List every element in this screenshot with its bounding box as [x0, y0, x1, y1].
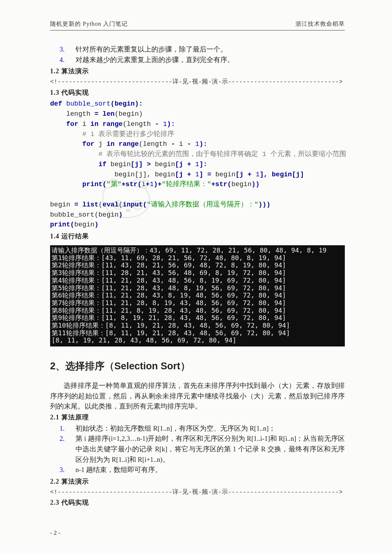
- code-token: print(: [50, 221, 74, 229]
- code-token: ))): [258, 201, 270, 209]
- code-token: [j: [236, 171, 248, 178]
- code-token: begin: [155, 161, 175, 168]
- code-token: (begin):: [111, 100, 143, 108]
- code-token: [j: [175, 161, 187, 168]
- code-token: -: [155, 120, 163, 128]
- code-token: begin: [50, 201, 74, 209]
- section-2-intro: 选择排序是一种简单直观的排序算法，首先在未排序序列中找到最小（大）元素，存放到排…: [50, 381, 345, 412]
- sub-heading-1-4: 1.4 运行结果: [50, 231, 345, 242]
- code-token: +: [187, 171, 195, 178]
- code-token: for: [82, 140, 94, 148]
- code-token: 1: [195, 161, 199, 168]
- step-text: 第 i 趟排序(i=1,2,3…n-1)开始时，有序区和无序区分别为 R[1..…: [75, 434, 345, 465]
- code-token: (begin: [94, 211, 119, 219]
- code-token: [j]: [131, 161, 147, 168]
- section-2-title: 2、选择排序（Selection Sort）: [50, 359, 345, 374]
- code-token: (: [98, 201, 102, 209]
- code-token: ]: [199, 171, 207, 178]
- sub-heading-1-2: 1.2 算法演示: [50, 66, 345, 77]
- list-item: 3.n-1 趟结束，数组即可有序。: [60, 465, 345, 475]
- step-text: 针对所有的元素重复以上的步骤，除了最后一个。: [75, 44, 227, 55]
- code-token: in: [90, 120, 98, 128]
- code-comment: # i 表示需要进行多少轮排序: [50, 131, 174, 138]
- page-header: 随机更新的 Python 入门笔记 浙江技术救命稻草: [50, 20, 345, 30]
- step-number: 4.: [60, 55, 75, 65]
- code-token: for: [66, 120, 78, 128]
- code-token: ], begin: [260, 171, 292, 178]
- header-left: 随机更新的 Python 入门笔记: [50, 20, 128, 28]
- code-token: eval: [102, 201, 118, 209]
- step-number: 3.: [60, 44, 75, 55]
- code-token: i: [179, 140, 187, 148]
- code-token: i: [78, 120, 90, 128]
- step-number: 2.: [60, 434, 75, 465]
- code-token: begin: [74, 221, 95, 229]
- code-token: 1: [256, 171, 260, 178]
- code-token: +str(: [211, 181, 232, 188]
- code-token: +: [248, 171, 256, 178]
- code-token: begin: [215, 171, 236, 178]
- code-token: [50, 161, 98, 168]
- code-token: [50, 140, 82, 148]
- code-token: +str(: [122, 181, 142, 188]
- code-token: [50, 181, 82, 188]
- code-token: (length: [139, 140, 171, 148]
- step-text: 对越来越少的元素重复上面的步骤，直到完全有序。: [75, 55, 234, 65]
- code-token: ]:: [199, 161, 207, 168]
- code-token: i: [142, 181, 146, 188]
- code-token: >: [147, 161, 155, 168]
- video-divider: <!-------------------------------详-见-视-频…: [50, 77, 345, 87]
- code-token: )+: [154, 181, 162, 188]
- video-divider: <!-------------------------------详-见-视-频…: [50, 488, 345, 497]
- code-token: -: [187, 140, 195, 148]
- code-token: 1: [195, 171, 199, 178]
- code-token: [50, 120, 66, 128]
- step-number: 3.: [60, 465, 75, 475]
- code-token: (length: [123, 120, 155, 128]
- code-token: =: [207, 171, 215, 178]
- list-item: 4. 对越来越少的元素重复上面的步骤，直到完全有序。: [60, 55, 345, 65]
- code-token: 1: [195, 140, 199, 148]
- code-token: [115, 140, 119, 148]
- list-item: 1.初始状态：初始无序数组 R[1..n]，有序区为空、无序区为 R[1..n]…: [60, 423, 345, 434]
- list-item: 3. 针对所有的元素重复以上的步骤，除了最后一个。: [60, 44, 345, 55]
- header-right: 浙江技术救命稻草: [295, 20, 345, 28]
- code-token: input(: [123, 201, 147, 209]
- code-token: +: [187, 161, 195, 168]
- code-token: bubble_sort: [50, 211, 94, 219]
- terminal-output: 请输入排序数据（用逗号隔开）：43, 69, 11, 72, 28, 21, 5…: [50, 245, 345, 346]
- code-token: j: [94, 140, 106, 148]
- code-token: if: [98, 161, 106, 168]
- sub-heading-2-2: 2.2 算法演示: [50, 477, 345, 487]
- page-number: - 2 -: [50, 529, 60, 537]
- code-token: range: [102, 120, 123, 128]
- code-token: in: [106, 140, 114, 148]
- code-token: 1: [163, 120, 167, 128]
- code-token: print(: [82, 181, 107, 188]
- code-comment: # 表示每轮比较的元素的范围，由于每轮排序将确定 1 个元素，所以要缩小范围: [50, 151, 346, 158]
- code-token: begin: [231, 181, 252, 188]
- code-block-bubble-sort: def bubble_sort(begin): length = len(beg…: [50, 99, 345, 230]
- document-page: 随机更新的 Python 入门笔记 浙江技术救命稻草 3. 针对所有的元素重复以…: [0, 0, 392, 554]
- code-token: list: [82, 201, 98, 209]
- code-token: begin[j], begin: [50, 171, 175, 178]
- code-token: "轮排序结果：": [162, 181, 211, 188]
- code-token: def: [50, 100, 62, 108]
- selection-steps: 1.初始状态：初始无序数组 R[1..n]，有序区为空、无序区为 R[1..n]…: [60, 423, 345, 475]
- sub-heading-2-1: 2.1 算法原理: [50, 413, 345, 423]
- code-token: "请输入排序数据（用逗号隔开）：": [147, 201, 258, 209]
- code-token: ): [119, 211, 123, 219]
- code-token: -: [171, 140, 179, 148]
- code-token: [j]: [292, 171, 304, 178]
- code-token: ):: [199, 140, 207, 148]
- code-token: 1: [150, 181, 154, 188]
- code-token: +: [146, 181, 150, 188]
- code-token: [j: [175, 171, 187, 178]
- code-token: =: [94, 110, 102, 118]
- code-token: [98, 120, 102, 128]
- code-token: bubble_sort: [62, 100, 110, 108]
- code-token: (begin): [115, 110, 143, 118]
- code-token: len: [102, 110, 114, 118]
- code-token: ): [94, 221, 98, 229]
- step-number: 1.: [60, 423, 75, 434]
